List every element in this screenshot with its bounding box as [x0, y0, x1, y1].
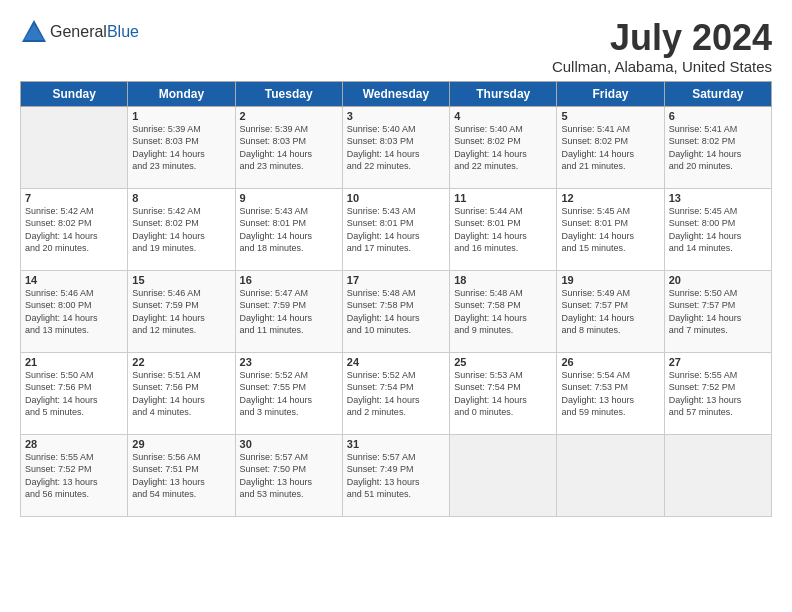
- day-info: Sunrise: 5:45 AMSunset: 8:00 PMDaylight:…: [669, 205, 767, 255]
- day-number: 26: [561, 356, 659, 368]
- day-info: Sunrise: 5:46 AMSunset: 8:00 PMDaylight:…: [25, 287, 123, 337]
- day-cell: 4Sunrise: 5:40 AMSunset: 8:02 PMDaylight…: [450, 106, 557, 188]
- week-row-4: 28Sunrise: 5:55 AMSunset: 7:52 PMDayligh…: [21, 434, 772, 516]
- day-info: Sunrise: 5:46 AMSunset: 7:59 PMDaylight:…: [132, 287, 230, 337]
- header-day-wednesday: Wednesday: [342, 81, 449, 106]
- day-number: 13: [669, 192, 767, 204]
- day-cell: 14Sunrise: 5:46 AMSunset: 8:00 PMDayligh…: [21, 270, 128, 352]
- day-number: 15: [132, 274, 230, 286]
- day-info: Sunrise: 5:54 AMSunset: 7:53 PMDaylight:…: [561, 369, 659, 419]
- day-cell: 1Sunrise: 5:39 AMSunset: 8:03 PMDaylight…: [128, 106, 235, 188]
- header-day-thursday: Thursday: [450, 81, 557, 106]
- day-cell: 21Sunrise: 5:50 AMSunset: 7:56 PMDayligh…: [21, 352, 128, 434]
- day-number: 4: [454, 110, 552, 122]
- month-year: July 2024: [552, 18, 772, 58]
- header-day-sunday: Sunday: [21, 81, 128, 106]
- day-cell: [450, 434, 557, 516]
- day-number: 11: [454, 192, 552, 204]
- day-info: Sunrise: 5:52 AMSunset: 7:54 PMDaylight:…: [347, 369, 445, 419]
- week-row-2: 14Sunrise: 5:46 AMSunset: 8:00 PMDayligh…: [21, 270, 772, 352]
- day-cell: 24Sunrise: 5:52 AMSunset: 7:54 PMDayligh…: [342, 352, 449, 434]
- day-number: 20: [669, 274, 767, 286]
- header: GeneralBlue July 2024 Cullman, Alabama, …: [20, 18, 772, 75]
- day-cell: 22Sunrise: 5:51 AMSunset: 7:56 PMDayligh…: [128, 352, 235, 434]
- day-cell: 19Sunrise: 5:49 AMSunset: 7:57 PMDayligh…: [557, 270, 664, 352]
- logo-icon: [20, 18, 48, 46]
- day-info: Sunrise: 5:41 AMSunset: 8:02 PMDaylight:…: [669, 123, 767, 173]
- week-row-0: 1Sunrise: 5:39 AMSunset: 8:03 PMDaylight…: [21, 106, 772, 188]
- header-day-monday: Monday: [128, 81, 235, 106]
- page: GeneralBlue July 2024 Cullman, Alabama, …: [0, 0, 792, 527]
- day-info: Sunrise: 5:55 AMSunset: 7:52 PMDaylight:…: [669, 369, 767, 419]
- day-info: Sunrise: 5:50 AMSunset: 7:56 PMDaylight:…: [25, 369, 123, 419]
- day-number: 10: [347, 192, 445, 204]
- day-cell: 28Sunrise: 5:55 AMSunset: 7:52 PMDayligh…: [21, 434, 128, 516]
- day-cell: 31Sunrise: 5:57 AMSunset: 7:49 PMDayligh…: [342, 434, 449, 516]
- day-info: Sunrise: 5:57 AMSunset: 7:49 PMDaylight:…: [347, 451, 445, 501]
- day-number: 6: [669, 110, 767, 122]
- day-cell: 8Sunrise: 5:42 AMSunset: 8:02 PMDaylight…: [128, 188, 235, 270]
- day-number: 9: [240, 192, 338, 204]
- day-cell: 6Sunrise: 5:41 AMSunset: 8:02 PMDaylight…: [664, 106, 771, 188]
- day-info: Sunrise: 5:51 AMSunset: 7:56 PMDaylight:…: [132, 369, 230, 419]
- day-number: 31: [347, 438, 445, 450]
- week-row-3: 21Sunrise: 5:50 AMSunset: 7:56 PMDayligh…: [21, 352, 772, 434]
- day-cell: 9Sunrise: 5:43 AMSunset: 8:01 PMDaylight…: [235, 188, 342, 270]
- header-day-tuesday: Tuesday: [235, 81, 342, 106]
- day-info: Sunrise: 5:57 AMSunset: 7:50 PMDaylight:…: [240, 451, 338, 501]
- day-number: 27: [669, 356, 767, 368]
- day-cell: 25Sunrise: 5:53 AMSunset: 7:54 PMDayligh…: [450, 352, 557, 434]
- day-number: 17: [347, 274, 445, 286]
- day-number: 16: [240, 274, 338, 286]
- day-info: Sunrise: 5:42 AMSunset: 8:02 PMDaylight:…: [132, 205, 230, 255]
- day-number: 18: [454, 274, 552, 286]
- day-number: 21: [25, 356, 123, 368]
- day-info: Sunrise: 5:48 AMSunset: 7:58 PMDaylight:…: [347, 287, 445, 337]
- day-cell: 16Sunrise: 5:47 AMSunset: 7:59 PMDayligh…: [235, 270, 342, 352]
- day-number: 30: [240, 438, 338, 450]
- day-info: Sunrise: 5:44 AMSunset: 8:01 PMDaylight:…: [454, 205, 552, 255]
- logo-text: GeneralBlue: [50, 23, 139, 41]
- day-info: Sunrise: 5:53 AMSunset: 7:54 PMDaylight:…: [454, 369, 552, 419]
- day-cell: 20Sunrise: 5:50 AMSunset: 7:57 PMDayligh…: [664, 270, 771, 352]
- day-cell: 27Sunrise: 5:55 AMSunset: 7:52 PMDayligh…: [664, 352, 771, 434]
- day-info: Sunrise: 5:52 AMSunset: 7:55 PMDaylight:…: [240, 369, 338, 419]
- day-info: Sunrise: 5:41 AMSunset: 8:02 PMDaylight:…: [561, 123, 659, 173]
- day-number: 7: [25, 192, 123, 204]
- day-cell: [21, 106, 128, 188]
- title-block: July 2024 Cullman, Alabama, United State…: [552, 18, 772, 75]
- day-number: 14: [25, 274, 123, 286]
- day-number: 12: [561, 192, 659, 204]
- day-info: Sunrise: 5:43 AMSunset: 8:01 PMDaylight:…: [347, 205, 445, 255]
- day-number: 29: [132, 438, 230, 450]
- day-number: 24: [347, 356, 445, 368]
- svg-marker-1: [24, 24, 44, 40]
- day-number: 19: [561, 274, 659, 286]
- day-cell: 3Sunrise: 5:40 AMSunset: 8:03 PMDaylight…: [342, 106, 449, 188]
- day-cell: 30Sunrise: 5:57 AMSunset: 7:50 PMDayligh…: [235, 434, 342, 516]
- day-number: 2: [240, 110, 338, 122]
- day-info: Sunrise: 5:47 AMSunset: 7:59 PMDaylight:…: [240, 287, 338, 337]
- day-info: Sunrise: 5:39 AMSunset: 8:03 PMDaylight:…: [240, 123, 338, 173]
- day-number: 3: [347, 110, 445, 122]
- logo: GeneralBlue: [20, 18, 139, 46]
- day-cell: 29Sunrise: 5:56 AMSunset: 7:51 PMDayligh…: [128, 434, 235, 516]
- day-cell: 5Sunrise: 5:41 AMSunset: 8:02 PMDaylight…: [557, 106, 664, 188]
- day-cell: 10Sunrise: 5:43 AMSunset: 8:01 PMDayligh…: [342, 188, 449, 270]
- day-cell: [557, 434, 664, 516]
- day-cell: 11Sunrise: 5:44 AMSunset: 8:01 PMDayligh…: [450, 188, 557, 270]
- day-info: Sunrise: 5:45 AMSunset: 8:01 PMDaylight:…: [561, 205, 659, 255]
- day-cell: 2Sunrise: 5:39 AMSunset: 8:03 PMDaylight…: [235, 106, 342, 188]
- day-number: 28: [25, 438, 123, 450]
- day-info: Sunrise: 5:39 AMSunset: 8:03 PMDaylight:…: [132, 123, 230, 173]
- header-row: SundayMondayTuesdayWednesdayThursdayFrid…: [21, 81, 772, 106]
- day-number: 1: [132, 110, 230, 122]
- day-cell: 26Sunrise: 5:54 AMSunset: 7:53 PMDayligh…: [557, 352, 664, 434]
- day-number: 22: [132, 356, 230, 368]
- week-row-1: 7Sunrise: 5:42 AMSunset: 8:02 PMDaylight…: [21, 188, 772, 270]
- day-cell: 18Sunrise: 5:48 AMSunset: 7:58 PMDayligh…: [450, 270, 557, 352]
- day-cell: 7Sunrise: 5:42 AMSunset: 8:02 PMDaylight…: [21, 188, 128, 270]
- header-day-saturday: Saturday: [664, 81, 771, 106]
- day-cell: 15Sunrise: 5:46 AMSunset: 7:59 PMDayligh…: [128, 270, 235, 352]
- day-number: 25: [454, 356, 552, 368]
